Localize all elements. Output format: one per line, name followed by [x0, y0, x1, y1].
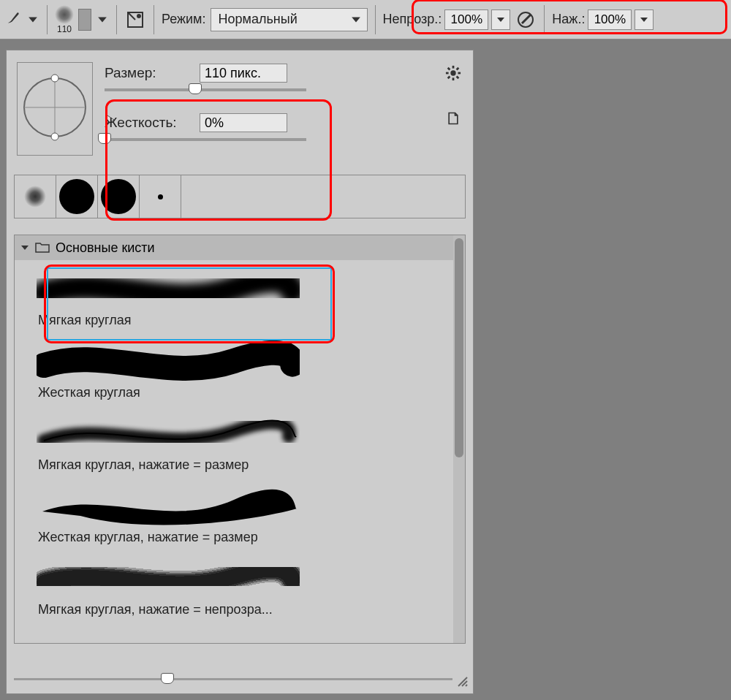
svg-line-13 — [448, 68, 450, 70]
brush-angle-control[interactable] — [17, 62, 93, 156]
tool-dropdown[interactable] — [26, 15, 39, 25]
svg-point-6 — [51, 75, 58, 82]
separator — [116, 5, 117, 34]
brush-tool-icon[interactable] — [6, 9, 22, 29]
recent-brush[interactable] — [56, 175, 98, 218]
brush-item[interactable]: Мягкая круглая, нажатие = непрозра... — [37, 554, 304, 620]
brush-item-name: Жесткая круглая — [37, 384, 304, 403]
svg-point-7 — [51, 133, 58, 140]
blend-mode-value: Нормальный — [219, 12, 298, 27]
mode-label: Режим: — [162, 12, 206, 27]
preview-size-slider[interactable] — [14, 678, 452, 680]
brush-item[interactable]: Жесткая круглая — [37, 337, 304, 403]
brush-preview-thumbnail[interactable]: 110 — [55, 5, 74, 34]
folder-icon — [35, 242, 50, 254]
preview-size-thumb[interactable] — [161, 673, 174, 684]
size-slider-thumb[interactable] — [189, 83, 202, 94]
scrollbar-thumb[interactable] — [455, 238, 463, 457]
folder-name: Основные кисти — [56, 240, 155, 256]
brush-item[interactable]: Жесткая круглая, нажатие = размер — [37, 482, 304, 548]
brush-item[interactable]: Мягкая круглая, нажатие = размер — [37, 409, 304, 476]
gear-icon[interactable] — [444, 64, 463, 83]
annotation-highlight — [412, 0, 727, 34]
panel-corner-buttons — [444, 64, 463, 128]
size-label: Размер: — [105, 65, 192, 81]
separator — [47, 5, 48, 34]
size-slider[interactable] — [105, 88, 306, 91]
svg-line-16 — [457, 68, 459, 70]
brush-item-name: Жесткая круглая, нажатие = размер — [37, 528, 304, 548]
brush-panel-wrap: Размер: Жесткость: — [0, 50, 488, 694]
svg-line-19 — [466, 685, 467, 686]
svg-line-14 — [457, 77, 459, 79]
separator — [375, 5, 376, 34]
svg-point-8 — [450, 70, 455, 75]
brush-folder-header[interactable]: Основные кисти — [15, 235, 465, 260]
size-input[interactable] — [200, 64, 287, 83]
brush-preset-dropdown[interactable] — [96, 15, 109, 25]
new-preset-icon[interactable] — [444, 109, 463, 128]
separator — [154, 5, 154, 34]
blend-mode-select[interactable]: Нормальный — [211, 8, 368, 31]
brush-item-name: Мягкая круглая, нажатие = непрозра... — [37, 601, 304, 620]
brush-presets-list: Основные кисти Мягкая круглаяЖесткая кру… — [14, 235, 466, 644]
options-toolbar: 110 Режим: Нормальный Непрозр.: Наж.: — [0, 0, 731, 39]
brush-panel-toggle-icon[interactable] — [124, 9, 146, 31]
svg-point-1 — [137, 14, 141, 18]
chevron-down-icon — [20, 243, 29, 252]
chevron-down-icon — [349, 15, 363, 25]
brush-swatch[interactable] — [78, 9, 91, 31]
vertical-scrollbar[interactable] — [453, 235, 465, 643]
resize-grip-icon[interactable] — [455, 674, 469, 691]
brush-item-name: Мягкая круглая, нажатие = размер — [37, 456, 304, 476]
svg-line-15 — [448, 77, 450, 79]
brush-size-readout: 110 — [57, 24, 72, 34]
annotation-highlight — [44, 265, 335, 343]
canvas-area[interactable] — [488, 39, 731, 700]
annotation-highlight — [105, 99, 332, 221]
recent-brush[interactable] — [15, 175, 56, 218]
